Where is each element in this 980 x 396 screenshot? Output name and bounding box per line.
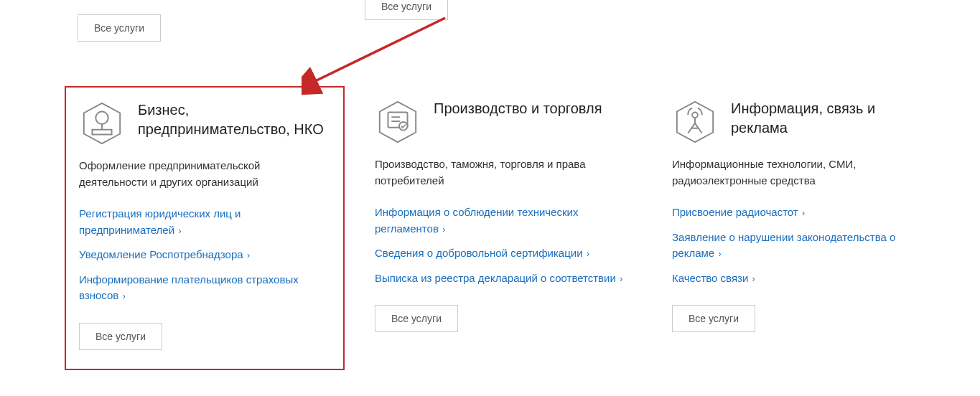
service-link-label: Качество связи bbox=[672, 272, 748, 284]
chevron-right-icon: › bbox=[584, 249, 589, 259]
service-link[interactable]: Заявление о нарушении законодательства о… bbox=[672, 230, 926, 262]
chevron-right-icon: › bbox=[617, 274, 622, 284]
card-title: Производство и торговля bbox=[434, 99, 602, 118]
certificate-icon bbox=[375, 99, 421, 145]
svg-point-3 bbox=[95, 112, 108, 124]
card-subtitle: Оформление предпринимательской деятельно… bbox=[79, 158, 330, 190]
card-subtitle: Производство, таможня, торговля и права … bbox=[375, 156, 629, 189]
chevron-right-icon: › bbox=[245, 250, 250, 260]
service-link[interactable]: Выписка из реестра деклараций о соответс… bbox=[375, 270, 629, 287]
chevron-right-icon: › bbox=[440, 225, 445, 235]
all-services-button[interactable]: Все услуги bbox=[79, 323, 162, 350]
service-link-label: Выписка из реестра деклараций о соответс… bbox=[375, 272, 616, 284]
service-link-label: Уведомление Роспотребнадзора bbox=[79, 248, 243, 260]
card-title: Информация, связь и реклама bbox=[731, 99, 926, 138]
service-card-production: Производство и торговля Производство, та… bbox=[362, 86, 642, 370]
service-link-label: Информация о соблюдении технических регл… bbox=[375, 206, 578, 235]
chevron-right-icon: › bbox=[800, 208, 805, 218]
service-link[interactable]: Качество связи › bbox=[672, 270, 926, 287]
service-link[interactable]: Уведомление Роспотребнадзора › bbox=[79, 247, 330, 263]
service-link[interactable]: Присвоение радиочастот › bbox=[672, 204, 926, 221]
stamp-icon bbox=[79, 100, 125, 146]
service-link-label: Регистрация юридических лиц и предприним… bbox=[79, 207, 241, 236]
service-link[interactable]: Сведения о добровольной сертификации › bbox=[375, 245, 629, 262]
chevron-right-icon: › bbox=[120, 291, 125, 301]
service-link[interactable]: Регистрация юридических лиц и предприним… bbox=[79, 206, 330, 238]
service-card-business: Бизнес, предпринимательство, НКО Оформле… bbox=[65, 86, 345, 370]
all-services-button-top-left[interactable]: Все услуги bbox=[78, 14, 161, 42]
service-link-label: Информирование плательщиков страховых вз… bbox=[79, 273, 299, 302]
service-link-label: Заявление о нарушении законодательства о… bbox=[672, 231, 895, 260]
service-link[interactable]: Информирование плательщиков страховых вз… bbox=[79, 272, 330, 304]
all-services-button[interactable]: Все услуги bbox=[375, 305, 458, 332]
card-subtitle: Информационные технологии, СМИ, радиоэле… bbox=[672, 156, 926, 189]
service-card-information: Информация, связь и реклама Информационн… bbox=[659, 86, 939, 370]
svg-line-1 bbox=[312, 18, 445, 82]
service-link-label: Сведения о добровольной сертификации bbox=[375, 247, 583, 259]
svg-point-12 bbox=[692, 112, 698, 118]
chevron-right-icon: › bbox=[716, 249, 721, 259]
chevron-right-icon: › bbox=[750, 274, 755, 284]
svg-rect-5 bbox=[92, 130, 111, 135]
antenna-icon bbox=[672, 99, 718, 145]
card-title: Бизнес, предпринимательство, НКО bbox=[138, 100, 330, 139]
all-services-button-top-center[interactable]: Все услуги bbox=[365, 0, 448, 20]
all-services-button[interactable]: Все услуги bbox=[672, 305, 755, 332]
chevron-right-icon: › bbox=[176, 226, 181, 236]
service-link[interactable]: Информация о соблюдении технических регл… bbox=[375, 204, 629, 237]
service-link-label: Присвоение радиочастот bbox=[672, 206, 798, 218]
